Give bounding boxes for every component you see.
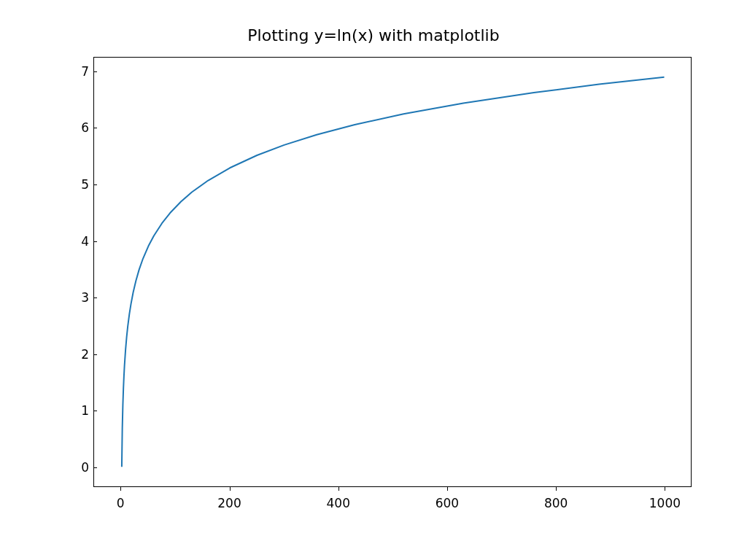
y-tickmark <box>93 298 97 298</box>
x-tickmark <box>556 487 557 491</box>
x-tick-400: 400 <box>327 496 350 510</box>
y-tickmark <box>93 71 97 72</box>
x-tick-200: 200 <box>217 496 241 510</box>
line-series-lnx <box>122 77 665 467</box>
y-tick-2: 2 <box>45 347 89 362</box>
y-tick-5: 5 <box>45 177 89 192</box>
y-tick-0: 0 <box>45 460 89 475</box>
y-tickmark <box>93 128 97 128</box>
x-tick-800: 800 <box>544 496 568 510</box>
x-tickmark <box>665 487 665 491</box>
x-tick-600: 600 <box>436 496 459 510</box>
x-tickmark <box>338 487 339 491</box>
x-tickmark <box>447 487 448 491</box>
y-tick-3: 3 <box>45 290 89 305</box>
y-tickmark <box>93 184 97 185</box>
axes-frame <box>93 57 692 487</box>
x-tick-0: 0 <box>117 496 125 510</box>
figure: Plotting y=ln(x) with matplotlib 0 200 4… <box>0 0 747 560</box>
x-tickmark <box>120 487 121 491</box>
y-tickmark <box>93 411 97 411</box>
x-tick-1000: 1000 <box>649 496 681 510</box>
y-tick-4: 4 <box>45 234 89 249</box>
y-tickmark <box>93 241 97 242</box>
y-tick-6: 6 <box>45 120 89 135</box>
plot-area <box>94 58 691 486</box>
y-tickmark <box>93 354 97 355</box>
x-tickmark <box>230 487 231 491</box>
chart-title: Plotting y=ln(x) with matplotlib <box>0 26 747 44</box>
y-tick-7: 7 <box>45 64 89 79</box>
y-tickmark <box>93 467 97 468</box>
y-tick-1: 1 <box>45 403 89 418</box>
